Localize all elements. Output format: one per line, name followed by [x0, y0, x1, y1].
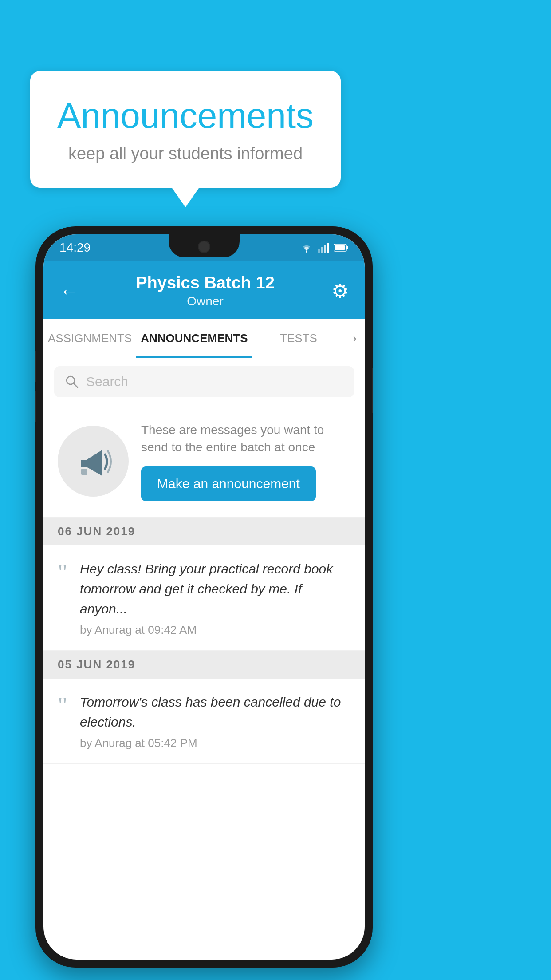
power-button [372, 368, 373, 413]
search-bar[interactable]: Search [54, 366, 354, 397]
announcement-text-1: Hey class! Bring your practical record b… [80, 559, 350, 619]
header-title-group: Physics Batch 12 Owner [79, 273, 331, 308]
date-separator-1: 06 JUN 2019 [43, 518, 365, 545]
date-separator-2: 05 JUN 2019 [43, 651, 365, 679]
promo-content: These are messages you want to send to t… [141, 421, 350, 501]
announcement-item-2[interactable]: " Tomorrow's class has been cancelled du… [43, 679, 365, 764]
svg-rect-3 [324, 245, 326, 253]
search-placeholder: Search [86, 374, 128, 389]
volume-down-button [35, 391, 36, 422]
app-header: ← Physics Batch 12 Owner ⚙ [43, 261, 365, 319]
megaphone-icon [73, 441, 113, 481]
back-button[interactable]: ← [59, 280, 79, 302]
svg-rect-7 [335, 245, 345, 250]
speech-bubble-title: Announcements [57, 95, 314, 136]
announcement-promo: These are messages you want to send to t… [43, 405, 365, 518]
quote-icon-2: " [58, 694, 67, 718]
svg-rect-10 [81, 469, 87, 475]
volume-up-button [35, 351, 36, 382]
search-icon [65, 375, 79, 389]
svg-rect-1 [318, 249, 320, 253]
announcement-meta-1: by Anurag at 09:42 AM [80, 623, 350, 637]
phone-frame: 14:29 [35, 226, 373, 968]
signal-icon [318, 243, 329, 253]
promo-icon-circle [58, 426, 129, 497]
wifi-icon [300, 243, 313, 253]
make-announcement-button[interactable]: Make an announcement [141, 466, 316, 501]
speech-bubble: Announcements keep all your students inf… [30, 71, 341, 188]
tab-tests[interactable]: TESTS [252, 319, 345, 358]
announcement-meta-2: by Anurag at 05:42 PM [80, 736, 350, 750]
svg-rect-4 [327, 243, 329, 253]
announcement-item-1[interactable]: " Hey class! Bring your practical record… [43, 545, 365, 651]
tab-announcements[interactable]: ANNOUNCEMENTS [136, 319, 252, 358]
tab-assignments[interactable]: ASSIGNMENTS [43, 319, 136, 358]
phone-screen: 14:29 [43, 234, 365, 960]
svg-line-9 [74, 383, 78, 387]
speech-bubble-subtitle: keep all your students informed [57, 144, 314, 163]
front-camera [198, 241, 210, 253]
header-subtitle: Owner [79, 294, 331, 308]
svg-rect-2 [321, 247, 323, 253]
phone-notch [169, 234, 240, 257]
announcement-content-2: Tomorrow's class has been cancelled due … [80, 692, 350, 750]
speech-bubble-container: Announcements keep all your students inf… [30, 71, 341, 188]
tab-more[interactable]: › [345, 319, 365, 358]
header-title: Physics Batch 12 [79, 273, 331, 292]
status-icons [300, 243, 349, 253]
quote-icon-1: " [58, 561, 67, 585]
screen-content: ← Physics Batch 12 Owner ⚙ ASSIGNMENTS A… [43, 261, 365, 960]
battery-icon [334, 243, 349, 252]
tabs-container: ASSIGNMENTS ANNOUNCEMENTS TESTS › [43, 319, 365, 358]
announcement-content-1: Hey class! Bring your practical record b… [80, 559, 350, 637]
promo-text: These are messages you want to send to t… [141, 421, 350, 456]
gear-icon[interactable]: ⚙ [331, 280, 349, 302]
search-container: Search [43, 358, 365, 405]
announcement-text-2: Tomorrow's class has been cancelled due … [80, 692, 350, 732]
status-time: 14:29 [59, 241, 91, 255]
svg-point-0 [306, 251, 307, 253]
svg-rect-6 [346, 246, 348, 249]
